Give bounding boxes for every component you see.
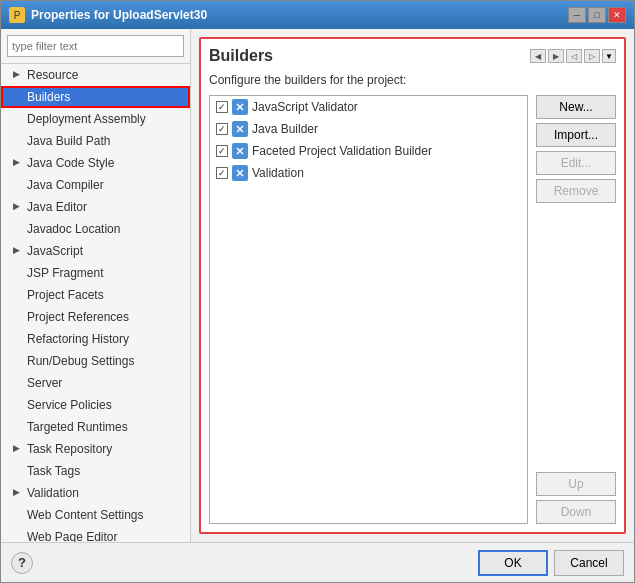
dialog-buttons: OK Cancel <box>478 550 624 576</box>
minimize-button[interactable]: ─ <box>568 7 586 23</box>
builder-checkbox-java-builder[interactable] <box>216 123 228 135</box>
sidebar-item-java-editor[interactable]: ▶Java Editor <box>1 196 190 218</box>
sidebar-label-javadoc-location: Javadoc Location <box>27 220 120 238</box>
sidebar-label-task-tags: Task Tags <box>27 462 80 480</box>
tree-arrow-java-code-style: ▶ <box>13 156 23 170</box>
properties-window: P Properties for UploadServlet30 ─ □ ✕ ▶… <box>0 0 635 583</box>
sidebar-item-project-facets[interactable]: Project Facets <box>1 284 190 306</box>
sidebar-item-javascript[interactable]: ▶JavaScript <box>1 240 190 262</box>
filter-box <box>1 29 190 64</box>
sidebar-label-project-facets: Project Facets <box>27 286 104 304</box>
remove-button[interactable]: Remove <box>536 179 616 203</box>
bottom-bar: ? OK Cancel <box>1 542 634 582</box>
close-button[interactable]: ✕ <box>608 7 626 23</box>
tree-arrow-task-repository: ▶ <box>13 442 23 456</box>
sidebar-item-resource[interactable]: ▶Resource <box>1 64 190 86</box>
builder-item-javascript-validator[interactable]: JavaScript Validator <box>210 96 527 118</box>
builders-buttons: New... Import... Edit... Remove Up Down <box>536 95 616 524</box>
builder-item-validation[interactable]: Validation <box>210 162 527 184</box>
builder-icon-validation <box>232 165 248 181</box>
builder-checkbox-faceted-project[interactable] <box>216 145 228 157</box>
sidebar-item-java-code-style[interactable]: ▶Java Code Style <box>1 152 190 174</box>
sidebar-item-deployment-assembly[interactable]: Deployment Assembly <box>1 108 190 130</box>
sidebar-label-service-policies: Service Policies <box>27 396 112 414</box>
sidebar-item-jsp-fragment[interactable]: JSP Fragment <box>1 262 190 284</box>
nav-forward-button[interactable]: ▶ <box>548 49 564 63</box>
edit-button[interactable]: Edit... <box>536 151 616 175</box>
sidebar-label-web-content-settings: Web Content Settings <box>27 506 144 524</box>
titlebar-controls[interactable]: ─ □ ✕ <box>568 7 626 23</box>
sidebar-item-web-content-settings[interactable]: Web Content Settings <box>1 504 190 526</box>
titlebar-left: P Properties for UploadServlet30 <box>9 7 207 23</box>
sidebar-label-project-references: Project References <box>27 308 129 326</box>
tree-arrow-resource: ▶ <box>13 68 23 82</box>
builder-item-java-builder[interactable]: Java Builder <box>210 118 527 140</box>
sidebar-label-targeted-runtimes: Targeted Runtimes <box>27 418 128 436</box>
import-button[interactable]: Import... <box>536 123 616 147</box>
nav-back-button[interactable]: ◀ <box>530 49 546 63</box>
sidebar-label-run-debug-settings: Run/Debug Settings <box>27 352 134 370</box>
sidebar-label-java-editor: Java Editor <box>27 198 87 216</box>
filter-input[interactable] <box>7 35 184 57</box>
builder-label-java-builder: Java Builder <box>252 122 318 136</box>
sidebar-item-run-debug-settings[interactable]: Run/Debug Settings <box>1 350 190 372</box>
sidebar-label-builders: Builders <box>27 88 70 106</box>
builders-list: JavaScript Validator Java Builder Facete… <box>209 95 528 524</box>
main-area: ▶ResourceBuildersDeployment AssemblyJava… <box>1 29 634 542</box>
sidebar-item-web-page-editor[interactable]: Web Page Editor <box>1 526 190 542</box>
sidebar-label-javascript: JavaScript <box>27 242 83 260</box>
tree-arrow-javascript: ▶ <box>13 244 23 258</box>
sidebar-label-jsp-fragment: JSP Fragment <box>27 264 103 282</box>
builder-checkbox-javascript-validator[interactable] <box>216 101 228 113</box>
left-panel: ▶ResourceBuildersDeployment AssemblyJava… <box>1 29 191 542</box>
nav-back2-button[interactable]: ◁ <box>566 49 582 63</box>
tree-arrow-java-editor: ▶ <box>13 200 23 214</box>
titlebar: P Properties for UploadServlet30 ─ □ ✕ <box>1 1 634 29</box>
sidebar-item-refactoring-history[interactable]: Refactoring History <box>1 328 190 350</box>
cancel-button[interactable]: Cancel <box>554 550 624 576</box>
sidebar-label-web-page-editor: Web Page Editor <box>27 528 118 542</box>
builders-panel: Builders ◀ ▶ ◁ ▷ ▼ Configure the builder… <box>199 37 626 534</box>
up-button[interactable]: Up <box>536 472 616 496</box>
sidebar-label-resource: Resource <box>27 66 78 84</box>
tree-container: ▶ResourceBuildersDeployment AssemblyJava… <box>1 64 190 542</box>
sidebar-label-deployment-assembly: Deployment Assembly <box>27 110 146 128</box>
nav-forward2-button[interactable]: ▷ <box>584 49 600 63</box>
help-button[interactable]: ? <box>11 552 33 574</box>
builder-item-faceted-project[interactable]: Faceted Project Validation Builder <box>210 140 527 162</box>
nav-dropdown-button[interactable]: ▼ <box>602 49 616 63</box>
sidebar-item-service-policies[interactable]: Service Policies <box>1 394 190 416</box>
content-area: ▶ResourceBuildersDeployment AssemblyJava… <box>1 29 634 582</box>
builder-label-faceted-project: Faceted Project Validation Builder <box>252 144 432 158</box>
sidebar-item-task-repository[interactable]: ▶Task Repository <box>1 438 190 460</box>
window-title: Properties for UploadServlet30 <box>31 8 207 22</box>
builder-checkbox-validation[interactable] <box>216 167 228 179</box>
builders-header: Builders ◀ ▶ ◁ ▷ ▼ <box>209 47 616 65</box>
tree-arrow-validation: ▶ <box>13 486 23 500</box>
configure-text: Configure the builders for the project: <box>209 73 616 87</box>
window-icon: P <box>9 7 25 23</box>
sidebar-item-builders[interactable]: Builders <box>1 86 190 108</box>
sidebar-item-java-build-path[interactable]: Java Build Path <box>1 130 190 152</box>
builders-nav: ◀ ▶ ◁ ▷ ▼ <box>530 49 616 63</box>
sidebar-item-project-references[interactable]: Project References <box>1 306 190 328</box>
sidebar-item-server[interactable]: Server <box>1 372 190 394</box>
sidebar-item-java-compiler[interactable]: Java Compiler <box>1 174 190 196</box>
sidebar-label-java-code-style: Java Code Style <box>27 154 114 172</box>
sidebar-label-task-repository: Task Repository <box>27 440 112 458</box>
builder-label-validation: Validation <box>252 166 304 180</box>
down-button[interactable]: Down <box>536 500 616 524</box>
builder-icon-java-builder <box>232 121 248 137</box>
sidebar-item-task-tags[interactable]: Task Tags <box>1 460 190 482</box>
sidebar-label-refactoring-history: Refactoring History <box>27 330 129 348</box>
sidebar-item-targeted-runtimes[interactable]: Targeted Runtimes <box>1 416 190 438</box>
builder-icon-javascript-validator <box>232 99 248 115</box>
maximize-button[interactable]: □ <box>588 7 606 23</box>
builder-icon-faceted-project <box>232 143 248 159</box>
sidebar-label-validation: Validation <box>27 484 79 502</box>
sidebar-item-javadoc-location[interactable]: Javadoc Location <box>1 218 190 240</box>
sidebar-label-java-compiler: Java Compiler <box>27 176 104 194</box>
sidebar-item-validation[interactable]: ▶Validation <box>1 482 190 504</box>
new-button[interactable]: New... <box>536 95 616 119</box>
ok-button[interactable]: OK <box>478 550 548 576</box>
